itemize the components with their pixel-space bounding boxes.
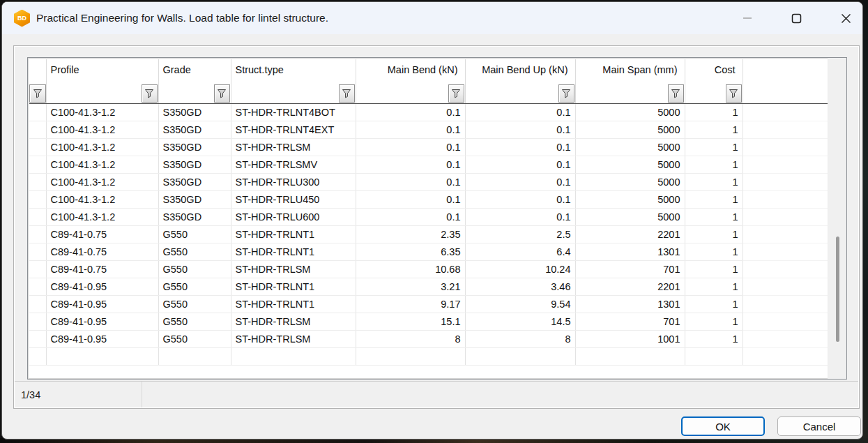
cell-main-bend[interactable]: 0.1	[356, 208, 465, 225]
cell-main-span[interactable]: 5000	[575, 156, 685, 173]
titlebar[interactable]: BD Practical Engineering for Walls. Load…	[2, 2, 862, 34]
table-row[interactable]: C89-41-0.75 G550 ST-HDR-TRLNT1 2.35 2.5 …	[29, 225, 828, 243]
cell-main-span[interactable]: 1301	[575, 295, 685, 313]
filter-cell-main-bend[interactable]	[356, 80, 465, 103]
cell-struct-type[interactable]: ST-HDR-TRLNT4EXT	[231, 121, 356, 138]
vertical-scrollbar-thumb[interactable]	[836, 236, 839, 342]
cell-cost[interactable]: 1	[685, 278, 743, 295]
table-row[interactable]: C89-41-0.95 G550 ST-HDR-TRLNT1 3.21 3.46…	[29, 278, 828, 295]
filter-button-main-bend[interactable]	[448, 84, 464, 103]
table-row[interactable]: C100-41.3-1.2 S350GD ST-HDR-TRLNT4EXT 0.…	[29, 121, 828, 138]
row-header-cell[interactable]	[29, 278, 46, 295]
cell-main-span[interactable]: 5000	[575, 138, 685, 156]
cell-main-bend-up[interactable]: 9.54	[465, 295, 575, 313]
table-row[interactable]: C89-41-0.95 G550 ST-HDR-TRLNT1 9.17 9.54…	[29, 295, 828, 313]
row-header-cell[interactable]	[29, 260, 46, 278]
cell-struct-type[interactable]: ST-HDR-TRLNT1	[231, 243, 356, 260]
cell-profile[interactable]: C100-41.3-1.2	[46, 121, 158, 138]
cell-profile[interactable]: C89-41-0.95	[46, 295, 158, 313]
maximize-button[interactable]	[780, 2, 812, 34]
row-header-cell[interactable]	[29, 138, 46, 156]
filter-cell-main-span[interactable]	[575, 80, 685, 103]
cell-main-bend-up[interactable]: 0.1	[465, 190, 575, 208]
close-button[interactable]	[830, 2, 862, 34]
cell-main-bend-up[interactable]: 0.1	[465, 208, 575, 225]
cell-struct-type[interactable]: ST-HDR-TRLSMV	[231, 156, 356, 173]
column-header-main-bend-up[interactable]: Main Bend Up (kN)	[465, 59, 575, 80]
cell-grade[interactable]: S350GD	[158, 138, 231, 156]
filter-cell-struct-type[interactable]	[231, 80, 356, 103]
cell-grade[interactable]: S350GD	[158, 208, 231, 225]
cell-grade[interactable]: G550	[158, 295, 231, 313]
cell-main-bend-up[interactable]: 0.1	[465, 173, 575, 190]
cell-main-span[interactable]: 5000	[575, 121, 685, 138]
row-header-cell[interactable]	[29, 295, 46, 313]
cell-main-bend[interactable]: 0.1	[356, 121, 465, 138]
cell-cost[interactable]: 1	[685, 156, 743, 173]
cell-main-span[interactable]: 1301	[575, 243, 685, 260]
row-header-cell[interactable]	[29, 121, 46, 138]
cell-main-bend-up[interactable]	[465, 347, 575, 365]
cell-grade[interactable]: S350GD	[158, 190, 231, 208]
cell-grade[interactable]: G550	[158, 225, 231, 243]
cell-main-bend[interactable]: 2.35	[356, 225, 465, 243]
row-header-cell[interactable]	[29, 208, 46, 225]
cell-grade[interactable]: G550	[158, 313, 231, 330]
cell-profile[interactable]	[46, 347, 158, 365]
cell-cost[interactable]: 1	[685, 260, 743, 278]
cell-main-bend-up[interactable]: 2.5	[465, 225, 575, 243]
cell-main-bend[interactable]: 10.68	[356, 260, 465, 278]
cell-struct-type[interactable]: ST-HDR-TRLU300	[231, 173, 356, 190]
cell-main-bend-up[interactable]: 3.46	[465, 278, 575, 295]
row-header-cell[interactable]	[29, 225, 46, 243]
cell-struct-type[interactable]: ST-HDR-TRLSM	[231, 138, 356, 156]
filter-button-rowhead[interactable]	[29, 84, 46, 103]
cell-cost[interactable]: 1	[685, 103, 743, 121]
cell-profile[interactable]: C89-41-0.95	[46, 313, 158, 330]
cell-main-bend[interactable]: 9.17	[356, 295, 465, 313]
cell-cost[interactable]: 1	[685, 208, 743, 225]
cell-grade[interactable]	[158, 347, 231, 365]
cell-main-bend-up[interactable]: 0.1	[465, 156, 575, 173]
cell-cost[interactable]	[685, 347, 743, 365]
cell-struct-type[interactable]	[231, 347, 356, 365]
cell-profile[interactable]: C89-41-0.95	[46, 330, 158, 347]
row-header-cell[interactable]	[29, 313, 46, 330]
filter-button-main-bend-up[interactable]	[558, 84, 574, 103]
cell-profile[interactable]: C89-41-0.75	[46, 260, 158, 278]
cell-main-span[interactable]: 701	[575, 260, 685, 278]
filter-cell-grade[interactable]	[158, 80, 231, 103]
cell-main-bend[interactable]: 3.21	[356, 278, 465, 295]
cell-main-bend-up[interactable]: 6.4	[465, 243, 575, 260]
cell-cost[interactable]: 1	[685, 313, 743, 330]
row-header-cell[interactable]	[29, 156, 46, 173]
cell-cost[interactable]: 1	[685, 190, 743, 208]
ok-button[interactable]: OK	[681, 416, 765, 436]
table-row[interactable]: C89-41-0.75 G550 ST-HDR-TRLSM 10.68 10.2…	[29, 260, 828, 278]
cancel-button[interactable]: Cancel	[777, 416, 861, 436]
cell-main-span[interactable]: 2201	[575, 225, 685, 243]
cell-main-bend-up[interactable]: 10.24	[465, 260, 575, 278]
cell-struct-type[interactable]: ST-HDR-TRLSM	[231, 260, 356, 278]
filter-cell-main-bend-up[interactable]	[465, 80, 575, 103]
row-header-cell[interactable]	[29, 173, 46, 190]
column-header-profile[interactable]: Profile	[46, 59, 158, 80]
cell-main-span[interactable]: 5000	[575, 103, 685, 121]
filter-button-main-span[interactable]	[668, 84, 684, 103]
cell-grade[interactable]: S350GD	[158, 121, 231, 138]
cell-grade[interactable]: G550	[158, 278, 231, 295]
cell-profile[interactable]: C89-41-0.75	[46, 243, 158, 260]
cell-struct-type[interactable]: ST-HDR-TRLU600	[231, 208, 356, 225]
cell-grade[interactable]: S350GD	[158, 173, 231, 190]
cell-main-span[interactable]: 5000	[575, 208, 685, 225]
cell-main-span[interactable]	[575, 347, 685, 365]
table-row[interactable]: C100-41.3-1.2 S350GD ST-HDR-TRLU300 0.1 …	[29, 173, 828, 190]
cell-cost[interactable]: 1	[685, 330, 743, 347]
row-header-cell[interactable]	[29, 347, 46, 365]
cell-main-bend-up[interactable]: 0.1	[465, 138, 575, 156]
cell-main-bend[interactable]: 6.35	[356, 243, 465, 260]
row-header-cell[interactable]	[29, 330, 46, 347]
table-row[interactable]: C89-41-0.95 G550 ST-HDR-TRLSM 15.1 14.5 …	[29, 313, 828, 330]
table-row[interactable]: C100-41.3-1.2 S350GD ST-HDR-TRLNT4BOT 0.…	[29, 103, 828, 121]
cell-cost[interactable]: 1	[685, 243, 743, 260]
